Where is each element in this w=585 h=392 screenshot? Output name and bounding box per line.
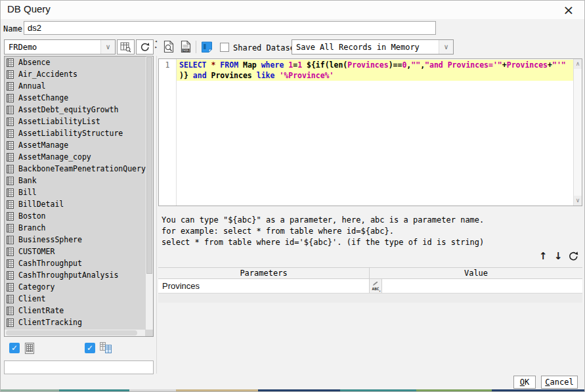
table-list-item[interactable]: BackboneTeamPenetrationQuery (5, 163, 153, 175)
move-down-button[interactable]: ↓ (554, 250, 563, 262)
scroll-up-icon[interactable]: ∧ (574, 59, 582, 69)
table-icon (7, 248, 14, 256)
table-icon (7, 318, 14, 327)
parameters-column-header: Parameters (158, 268, 370, 278)
table-name: ClientTracking (18, 318, 82, 327)
value-column-header: Value (370, 268, 582, 278)
table-list-item[interactable]: AssetChange (5, 92, 153, 104)
sql-editor[interactable]: 1 SELECT * FROM Map where 1=1 ${if(len(P… (158, 58, 582, 206)
edit-connection-button[interactable] (117, 39, 135, 54)
table-list-item[interactable]: ClientTracking (5, 316, 153, 328)
parameters-table-header: Parameters Value (158, 267, 582, 279)
blue-document-icon (200, 41, 213, 54)
table-list-hscrollbar[interactable] (5, 330, 145, 336)
table-icon (7, 177, 14, 185)
table-icon (7, 94, 14, 102)
table-name: Air_Accidents (18, 70, 77, 79)
table-list-item[interactable]: BusinessSphere (5, 234, 153, 246)
table-list-item[interactable]: AssetLiabilityStructure (5, 127, 153, 139)
cancel-button[interactable]: Cancel (541, 376, 578, 389)
table-icon (7, 141, 14, 150)
table-list-item[interactable]: AssetManage_copy (5, 151, 153, 163)
sql-preview-button[interactable]: SQL (179, 40, 192, 57)
refresh-connection-button[interactable] (136, 39, 154, 54)
db-query-dialog: DB Query × Name: FRDemo ∨ ◂ ▸ (0, 0, 585, 392)
table-list-item[interactable]: AssetLiabilityList (5, 116, 153, 127)
table-list-item[interactable]: Bill (5, 186, 153, 198)
table-list-item[interactable]: BillDetail (5, 198, 153, 210)
table-list-item[interactable]: Air_Accidents (5, 68, 153, 80)
parameters-table: Parameters Value Provinces ABC ▾ (158, 267, 582, 303)
ok-button[interactable]: OK (513, 376, 536, 389)
title-bar (1, 1, 585, 19)
save-mode-select[interactable]: Save All Records in Memory ∨ (292, 39, 454, 54)
splitter-right-icon: ▸ (154, 45, 157, 51)
table-name: Branch (18, 223, 46, 232)
sql-editor-lines[interactable]: SELECT * FROM Map where 1=1 ${if(len(Pro… (177, 59, 573, 206)
table-icon (7, 271, 14, 280)
table-row: Provinces ABC ▾ (158, 279, 582, 294)
editor-vscrollbar[interactable]: ∧ ∨ (573, 59, 582, 206)
table-name: AssetDebt_equityGrowth (18, 105, 118, 114)
page-title: DB Query (7, 3, 51, 14)
show-views-checkbox[interactable]: ✓ (85, 343, 95, 353)
table-name: CashThroughput (18, 259, 82, 268)
table-list-item[interactable]: CashThroughput (5, 257, 153, 269)
panel-divider (156, 56, 157, 374)
table-list-item[interactable]: Bank (5, 175, 153, 186)
svg-text:SQL: SQL (183, 49, 189, 52)
table-list-item[interactable]: CashThroughputAnalysis (5, 269, 153, 281)
views-icon (99, 341, 112, 357)
table-name: Annual (18, 81, 46, 91)
connection-select[interactable]: FRDemo ∨ (4, 39, 116, 54)
preview-icon (162, 40, 175, 54)
table-list-item[interactable]: ClientRate (5, 305, 153, 316)
sql-file-icon: SQL (179, 40, 192, 54)
table-list-item[interactable]: Annual (5, 80, 153, 92)
table-icon (7, 129, 14, 138)
format-sql-button[interactable] (200, 41, 213, 56)
table-list-item[interactable]: Category (5, 281, 153, 293)
preview-button[interactable] (162, 40, 175, 57)
tables-icon (24, 342, 35, 357)
table-list-item[interactable]: AssetManage (5, 139, 153, 151)
connection-selected: FRDemo (5, 43, 100, 52)
help-line: for example: select * from table where i… (162, 226, 555, 237)
move-up-button[interactable]: ↑ (539, 250, 548, 262)
scroll-down-icon[interactable]: ∨ (574, 196, 582, 206)
table-list-vscrollbar[interactable] (146, 56, 153, 330)
shared-dataset-label: Shared Dataset (233, 43, 299, 53)
table-list-vscroll-thumb[interactable] (146, 57, 152, 274)
table-name: BillDetail (18, 200, 64, 209)
table-list-item[interactable]: Client (5, 293, 153, 305)
help-line: select * from table where id='${abc}'. (… (162, 237, 555, 248)
table-icon (7, 188, 14, 197)
parameter-type-button[interactable]: ABC ▾ (370, 279, 382, 293)
parameter-name-cell[interactable]: Provinces (158, 279, 370, 293)
table-list-item[interactable]: CUSTOMER (5, 246, 153, 257)
parameter-help-text: You can type "${abc}" as a parameter, he… (162, 215, 555, 248)
shared-dataset-checkbox[interactable] (220, 43, 229, 52)
table-name: CashThroughputAnalysis (18, 271, 118, 280)
table-list-item[interactable]: Boston (5, 210, 153, 222)
table-filter-input[interactable] (4, 360, 154, 374)
table-list-item[interactable]: Branch (5, 222, 153, 234)
table-list-item[interactable]: Absence (5, 56, 153, 68)
parameter-value-cell[interactable] (382, 279, 582, 293)
parameters-table-empty-row (158, 294, 582, 303)
table-name: AssetLiabilityStructure (18, 129, 123, 138)
table-name: AssetManage_copy (18, 152, 91, 162)
table-name: Bank (18, 176, 37, 185)
table-name: AssetManage (18, 141, 68, 150)
dataset-name-input[interactable] (24, 21, 436, 35)
panel-splitter[interactable]: ◂ ▸ (154, 39, 158, 56)
close-icon[interactable]: × (559, 1, 578, 18)
show-tables-checkbox[interactable]: ✓ (9, 343, 20, 353)
table-icon (7, 200, 14, 209)
table-name: Client (18, 294, 46, 303)
table-icon (7, 118, 14, 126)
table-list-hscroll-thumb[interactable] (6, 330, 137, 336)
table-list-item[interactable]: AssetDebt_equityGrowth (5, 104, 153, 116)
refresh-parameters-button[interactable] (568, 251, 579, 265)
sql-editor-gutter: 1 (159, 59, 177, 206)
